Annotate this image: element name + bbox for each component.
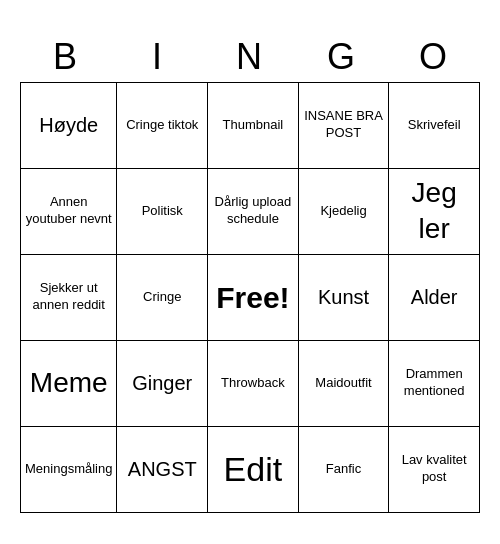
cell-4-0[interactable]: Meningsmåling xyxy=(21,427,117,513)
cell-4-3[interactable]: Fanfic xyxy=(299,427,390,513)
cell-0-4[interactable]: Skrivefeil xyxy=(389,83,480,169)
cell-2-4[interactable]: Alder xyxy=(389,255,480,341)
cell-0-0[interactable]: Høyde xyxy=(21,83,117,169)
header-n: N xyxy=(204,32,296,82)
cell-3-0[interactable]: Meme xyxy=(21,341,117,427)
cell-4-2[interactable]: Edit xyxy=(208,427,299,513)
cell-0-3[interactable]: INSANE BRA POST xyxy=(299,83,390,169)
cell-3-3[interactable]: Maidoutfit xyxy=(299,341,390,427)
cell-0-1[interactable]: Cringe tiktok xyxy=(117,83,208,169)
cell-1-0[interactable]: Annen youtuber nevnt xyxy=(21,169,117,255)
cell-1-3[interactable]: Kjedelig xyxy=(299,169,390,255)
bingo-card: B I N G O Høyde Cringe tiktok Thumbnail … xyxy=(20,32,480,513)
cell-2-0[interactable]: Sjekker ut annen reddit xyxy=(21,255,117,341)
cell-1-1[interactable]: Politisk xyxy=(117,169,208,255)
cell-3-1[interactable]: Ginger xyxy=(117,341,208,427)
cell-2-1[interactable]: Cringe xyxy=(117,255,208,341)
cell-3-4[interactable]: Drammen mentioned xyxy=(389,341,480,427)
header-b: B xyxy=(20,32,112,82)
cell-2-2-free[interactable]: Free! xyxy=(208,255,299,341)
cell-1-2[interactable]: Dårlig upload schedule xyxy=(208,169,299,255)
bingo-header: B I N G O xyxy=(20,32,480,82)
bingo-grid: Høyde Cringe tiktok Thumbnail INSANE BRA… xyxy=(20,82,480,513)
cell-0-2[interactable]: Thumbnail xyxy=(208,83,299,169)
cell-4-4[interactable]: Lav kvalitet post xyxy=(389,427,480,513)
cell-3-2[interactable]: Throwback xyxy=(208,341,299,427)
header-i: I xyxy=(112,32,204,82)
header-o: O xyxy=(388,32,480,82)
cell-4-1[interactable]: ANGST xyxy=(117,427,208,513)
cell-1-4[interactable]: Jeg ler xyxy=(389,169,480,255)
header-g: G xyxy=(296,32,388,82)
cell-2-3[interactable]: Kunst xyxy=(299,255,390,341)
